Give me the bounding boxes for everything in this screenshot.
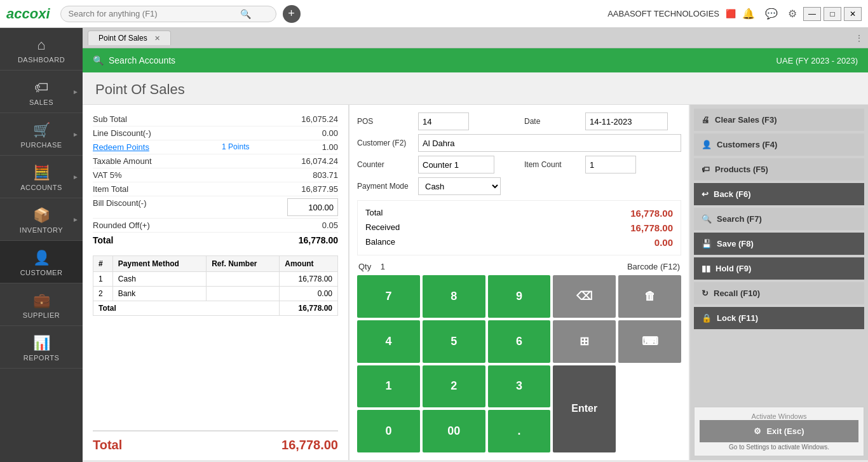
recall-button[interactable]: ↻ Recall (F10) [694, 282, 864, 304]
bottom-total: Total 16,778.00 [93, 430, 338, 452]
purchase-icon: 🛒 [4, 122, 79, 139]
col-method: Payment Method [112, 256, 206, 272]
numpad-header: Qty 1 Barcode (F12) [357, 262, 681, 271]
pos-input[interactable] [418, 112, 469, 130]
sidebar-item-sales[interactable]: 🏷 SALES ► [0, 71, 83, 113]
back-icon: ↩ [702, 189, 709, 199]
num-dot[interactable]: . [488, 410, 551, 452]
num-4[interactable]: 4 [357, 320, 420, 363]
customers-icon: 👤 [702, 140, 712, 149]
save-button[interactable]: 💾 Save (F8) [694, 233, 864, 255]
supplier-icon: 💼 [4, 292, 79, 309]
add-button[interactable]: + [283, 5, 301, 23]
sales-arrow: ► [72, 88, 79, 95]
sidebar-label-dashboard: DASHBOARD [4, 56, 79, 64]
customer-input[interactable] [418, 134, 681, 152]
pos-header: 🔍 Search Accounts UAE (FY 2023 - 2023) [83, 48, 868, 72]
num-00[interactable]: 00 [423, 410, 485, 452]
vat-row: VAT 5% 803.71 [93, 168, 338, 182]
bell-icon[interactable]: 🔔 [742, 8, 755, 20]
totals-section: Total 16,778.00 Received 16,778.00 Balan… [357, 200, 681, 255]
app-logo: accoxi [6, 6, 50, 22]
redeem-points-link[interactable]: Redeem Points [93, 142, 149, 152]
lock-icon: 🔒 [702, 313, 712, 323]
redeem-points-row: Redeem Points 1 Points 1.00 [93, 140, 338, 154]
tab-pin-icon[interactable]: ⋮ [855, 34, 863, 43]
num-6[interactable]: 6 [488, 320, 551, 363]
sidebar-label-inventory: INVENTORY [4, 226, 79, 234]
tab-point-of-sales[interactable]: Point Of Sales ✕ [88, 31, 171, 45]
taxable-amount-row: Taxable Amount 16,074.24 [93, 154, 338, 168]
keyboard-button[interactable]: ⌨ [618, 320, 681, 363]
item-count-input[interactable] [585, 156, 636, 173]
grid-button[interactable]: ⊞ [553, 320, 616, 363]
exit-button[interactable]: ⚙ Exit (Esc) [700, 420, 858, 442]
backspace-button[interactable]: ⌫ [553, 275, 616, 318]
top-bar: accoxi 🔍 + AABASOFT TECHNOLOGIES 🟥 🔔 💬 ⚙… [0, 0, 868, 28]
customer-icon: 👤 [4, 250, 79, 266]
num-9[interactable]: 9 [488, 275, 551, 318]
search-box[interactable]: 🔍 [60, 6, 276, 22]
sidebar-label-reports: REPORTS [4, 354, 79, 362]
back-button[interactable]: ↩ Back (F6) [694, 183, 864, 205]
summary-total-row: Total 16,778.00 [93, 233, 338, 248]
sidebar-label-accounts: ACCOUNTS [4, 184, 79, 191]
payment-total-row: Total 16,778.00 [93, 301, 338, 316]
counter-input[interactable] [418, 156, 494, 173]
inventory-icon: 📦 [4, 207, 79, 224]
num-8[interactable]: 8 [423, 275, 485, 318]
settings-icon[interactable]: ⚙ [788, 8, 797, 20]
sidebar-label-customer: CUSTOMER [4, 269, 79, 276]
sidebar-item-purchase[interactable]: 🛒 PURCHASE ► [0, 113, 83, 156]
window-controls: — □ ✕ [803, 7, 862, 21]
bill-discount-row: Bill Discount(-) [93, 196, 338, 219]
close-button[interactable]: ✕ [844, 7, 862, 21]
sales-icon: 🏷 [4, 79, 79, 96]
balance-line: Balance 0.00 [365, 235, 673, 250]
products-button[interactable]: 🏷 Products (F5) [694, 158, 864, 180]
total-line: Total 16,778.00 [365, 206, 673, 221]
hold-button[interactable]: ▮▮ Hold (F9) [694, 257, 864, 280]
clear-sales-button[interactable]: 🖨 Clear Sales (F3) [694, 109, 864, 131]
clear-sales-icon: 🖨 [702, 115, 710, 125]
num-1[interactable]: 1 [357, 365, 420, 408]
sidebar-label-purchase: PURCHASE [4, 141, 79, 149]
bill-discount-input[interactable] [287, 198, 338, 216]
minimize-button[interactable]: — [803, 7, 821, 21]
search-accounts-icon: 🔍 [93, 55, 104, 65]
search-icon: 🔍 [240, 9, 251, 19]
num-2[interactable]: 2 [423, 365, 485, 408]
enter-button[interactable]: Enter [553, 365, 616, 453]
tab-close-button[interactable]: ✕ [154, 34, 160, 42]
line-discount-row: Line Discount(-) 0.00 [93, 126, 338, 140]
search-accounts-btn[interactable]: 🔍 Search Accounts [93, 55, 175, 65]
sidebar-item-supplier[interactable]: 💼 SUPPLIER [0, 283, 83, 326]
received-line: Received 16,778.00 [365, 221, 673, 235]
sidebar-item-dashboard[interactable]: ⌂ DASHBOARD [0, 28, 83, 71]
item-count-field: Item Count [524, 156, 681, 173]
top-icons: 🔔 💬 ⚙ [742, 8, 797, 20]
num-3[interactable]: 3 [488, 365, 551, 408]
num-5[interactable]: 5 [423, 320, 485, 363]
sidebar-item-customer[interactable]: 👤 CUSTOMER [0, 241, 83, 283]
company-icon: 🟥 [726, 9, 736, 18]
payment-mode-select[interactable]: Cash Bank Card [418, 177, 501, 195]
reports-icon: 📊 [4, 335, 79, 351]
table-row: 2 Bank 0.00 [93, 287, 338, 301]
num-7[interactable]: 7 [357, 275, 420, 318]
delete-button[interactable]: 🗑 [618, 275, 681, 318]
maximize-button[interactable]: □ [824, 7, 841, 21]
sidebar-item-accounts[interactable]: 🧮 ACCOUNTS ► [0, 156, 83, 198]
date-input[interactable] [585, 112, 668, 130]
search-button[interactable]: 🔍 Search (F7) [694, 208, 864, 230]
search-input[interactable] [69, 9, 240, 18]
sidebar-label-sales: SALES [4, 99, 79, 106]
date-field: Date [524, 112, 681, 130]
customers-button[interactable]: 👤 Customers (F4) [694, 133, 864, 156]
lock-button[interactable]: 🔒 Lock (F11) [694, 307, 864, 329]
sidebar-item-inventory[interactable]: 📦 INVENTORY ► [0, 198, 83, 241]
num-0[interactable]: 0 [357, 410, 420, 452]
chat-icon[interactable]: 💬 [765, 8, 778, 20]
activate-text: Activate Windows [700, 412, 858, 420]
sidebar-item-reports[interactable]: 📊 REPORTS [0, 326, 83, 369]
